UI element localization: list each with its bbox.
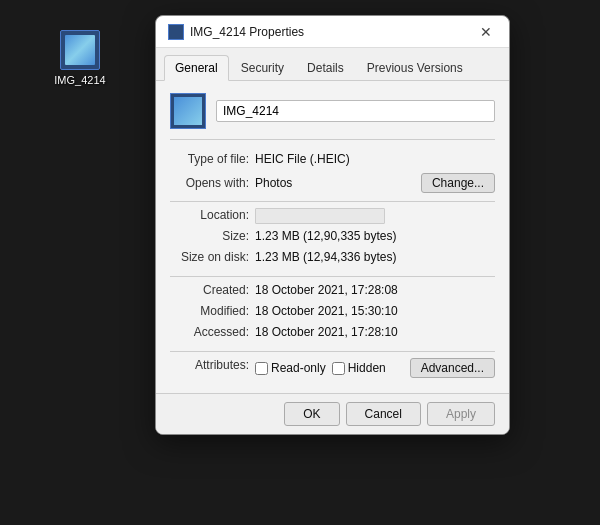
file-header — [170, 93, 495, 140]
size-disk-label: Size on disk: — [170, 250, 255, 264]
size-value: 1.23 MB (12,90,335 bytes) — [255, 229, 495, 243]
ok-button[interactable]: OK — [284, 402, 339, 426]
type-value: HEIC File (.HEIC) — [255, 152, 495, 166]
created-row: Created: 18 October 2021, 17:28:08 — [170, 283, 495, 301]
desktop-icon-label: IMG_4214 — [54, 74, 105, 86]
divider-2 — [170, 276, 495, 277]
apply-button[interactable]: Apply — [427, 402, 495, 426]
divider-1 — [170, 201, 495, 202]
change-button[interactable]: Change... — [421, 173, 495, 193]
file-name-input[interactable] — [216, 100, 495, 122]
dialog-content: Type of file: HEIC File (.HEIC) Opens wi… — [156, 81, 509, 393]
opens-row: Opens with: Photos Change... — [170, 173, 495, 193]
title-bar-left: IMG_4214 Properties — [168, 24, 304, 40]
modified-row: Modified: 18 October 2021, 15:30:10 — [170, 304, 495, 322]
size-section: Location: Size: 1.23 MB (12,90,335 bytes… — [170, 208, 495, 268]
location-value — [255, 208, 385, 224]
hidden-checkbox-label[interactable]: Hidden — [332, 361, 386, 375]
hidden-checkbox[interactable] — [332, 362, 345, 375]
divider-3 — [170, 351, 495, 352]
tab-general[interactable]: General — [164, 55, 229, 81]
attributes-row: Attributes: Read-only Hidden Advanced... — [170, 358, 495, 378]
tab-bar: General Security Details Previous Versio… — [156, 48, 509, 81]
attributes-controls: Read-only Hidden Advanced... — [255, 358, 495, 378]
size-row: Size: 1.23 MB (12,90,335 bytes) — [170, 229, 495, 247]
type-section: Type of file: HEIC File (.HEIC) Opens wi… — [170, 152, 495, 193]
dialog-title: IMG_4214 Properties — [190, 25, 304, 39]
modified-label: Modified: — [170, 304, 255, 318]
tab-details[interactable]: Details — [296, 55, 355, 81]
accessed-label: Accessed: — [170, 325, 255, 339]
created-label: Created: — [170, 283, 255, 297]
hidden-label: Hidden — [348, 361, 386, 375]
readonly-checkbox[interactable] — [255, 362, 268, 375]
location-label: Location: — [170, 208, 255, 222]
opens-label: Opens with: — [170, 176, 255, 190]
size-label: Size: — [170, 229, 255, 243]
readonly-label: Read-only — [271, 361, 326, 375]
title-bar-icon — [168, 24, 184, 40]
type-row: Type of file: HEIC File (.HEIC) — [170, 152, 495, 170]
file-thumbnail — [60, 30, 100, 70]
tab-security[interactable]: Security — [230, 55, 295, 81]
accessed-value: 18 October 2021, 17:28:10 — [255, 325, 495, 339]
location-row: Location: — [170, 208, 495, 226]
desktop-file-icon[interactable]: IMG_4214 — [50, 30, 110, 86]
accessed-row: Accessed: 18 October 2021, 17:28:10 — [170, 325, 495, 343]
readonly-checkbox-label[interactable]: Read-only — [255, 361, 326, 375]
type-label: Type of file: — [170, 152, 255, 166]
cancel-button[interactable]: Cancel — [346, 402, 421, 426]
size-disk-row: Size on disk: 1.23 MB (12,94,336 bytes) — [170, 250, 495, 268]
title-bar: IMG_4214 Properties ✕ — [156, 16, 509, 48]
close-button[interactable]: ✕ — [475, 21, 497, 43]
properties-dialog: IMG_4214 Properties ✕ General Security D… — [155, 15, 510, 435]
size-disk-value: 1.23 MB (12,94,336 bytes) — [255, 250, 495, 264]
advanced-button[interactable]: Advanced... — [410, 358, 495, 378]
opens-value: Photos — [255, 176, 421, 190]
modified-value: 18 October 2021, 15:30:10 — [255, 304, 495, 318]
tab-previous-versions[interactable]: Previous Versions — [356, 55, 474, 81]
dialog-footer: OK Cancel Apply — [156, 393, 509, 434]
file-icon — [170, 93, 206, 129]
attributes-label: Attributes: — [170, 358, 255, 372]
created-value: 18 October 2021, 17:28:08 — [255, 283, 495, 297]
dates-section: Created: 18 October 2021, 17:28:08 Modif… — [170, 283, 495, 343]
